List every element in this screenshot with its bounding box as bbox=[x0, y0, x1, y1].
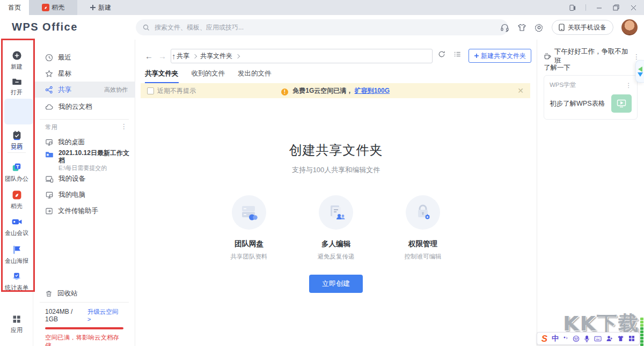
sidebar-item-my-desktop[interactable]: 我的桌面 bbox=[33, 134, 135, 150]
blue-arrow-icon bbox=[638, 72, 643, 77]
forward-icon[interactable]: → bbox=[158, 51, 166, 61]
tab-shared-folders[interactable]: 共享文件夹 bbox=[145, 69, 179, 84]
rail-item-open[interactable]: 打开 bbox=[0, 76, 33, 97]
notice-close-icon[interactable]: ✕ bbox=[517, 86, 524, 95]
empty-state-subtitle: 支持与100人共享和编辑文件 bbox=[135, 165, 537, 175]
common-section-label: 常用 bbox=[45, 123, 57, 131]
sidebar-item-starred[interactable]: 星标 bbox=[33, 65, 135, 82]
feature-title: 团队网盘 bbox=[219, 239, 279, 249]
tab-received-files[interactable]: 收到的文件 bbox=[192, 69, 225, 84]
wps-academy-card[interactable]: WPS学堂 ⋮ 初步了解WPS表格 bbox=[544, 75, 638, 120]
input-method-bar: S 中 bbox=[537, 332, 640, 345]
rail-item-forms[interactable]: 统计表单 bbox=[0, 271, 33, 292]
main-content: ← → ↑ 共享 共享文件夹 新建共享文件夹 共享文件夹 bbox=[135, 40, 537, 346]
multi-edit-icon bbox=[319, 195, 353, 230]
create-now-button[interactable]: 立即创建 bbox=[309, 275, 363, 293]
card-title: 初步了解WPS表格 bbox=[550, 99, 607, 108]
rail-label: 稻壳 bbox=[11, 202, 23, 210]
sidebar-item-recycle-bin[interactable]: 回收站 bbox=[33, 285, 135, 301]
rail-item-docer[interactable]: 稻壳 bbox=[0, 190, 33, 210]
empty-state: 创建共享文件夹 支持与100人共享和编辑文件 团队网盘 共享团队资料 多人编辑 … bbox=[135, 142, 537, 293]
rail-item-meeting[interactable]: 金山会议 bbox=[0, 217, 33, 237]
ime-keyboard-icon[interactable] bbox=[594, 336, 602, 342]
search-bar[interactable] bbox=[136, 19, 508, 35]
sidebar-divider bbox=[40, 119, 129, 120]
sidebar-item-label: 星标 bbox=[58, 69, 71, 78]
greeting-more-icon[interactable]: ⋮ bbox=[633, 53, 640, 61]
rail-label: 金山海报 bbox=[5, 257, 28, 265]
sidebar-item-my-computer[interactable]: 我的电脑 bbox=[33, 187, 135, 203]
file-transfer-icon bbox=[45, 207, 53, 215]
common-section-more-icon[interactable]: ⋮ bbox=[121, 122, 128, 130]
rail-divider bbox=[8, 152, 26, 153]
upgrade-storage-link[interactable]: 升级云空间 > bbox=[87, 308, 123, 323]
sidebar-item-label: 我的云文档 bbox=[58, 102, 92, 112]
expand-storage-link[interactable]: 扩容到100G bbox=[355, 87, 390, 94]
ime-user-icon[interactable] bbox=[606, 335, 613, 342]
chevron-right-icon bbox=[193, 54, 197, 58]
breadcrumb[interactable]: 共享 共享文件夹 bbox=[171, 49, 433, 63]
ime-language-toggle[interactable]: 中 bbox=[552, 334, 559, 343]
greeting-text: 下午好好工作，争取不加班 bbox=[554, 47, 630, 65]
dock-window-icon[interactable] bbox=[568, 3, 577, 12]
ime-skin-icon[interactable] bbox=[617, 335, 624, 342]
new-tab-button[interactable]: 新建 bbox=[90, 0, 111, 15]
audio-level-meter bbox=[640, 314, 643, 346]
wps-office-logo: WPS Office bbox=[12, 21, 78, 33]
connect-phone-button[interactable]: 关联手机设备 bbox=[552, 20, 613, 35]
sidebar-item-cloud-docs[interactable]: 我的云文档 bbox=[33, 99, 135, 115]
feature-list: 团队网盘 共享团队资料 多人编辑 避免反复传递 权限管理 控制谁可编辑 bbox=[135, 195, 537, 261]
rail-label: 新建 bbox=[11, 63, 23, 71]
dismiss-checkbox[interactable] bbox=[147, 87, 154, 94]
restore-icon[interactable] bbox=[612, 3, 620, 12]
user-avatar[interactable] bbox=[621, 19, 638, 35]
permissions-icon bbox=[406, 195, 440, 230]
rail-label: 应用 bbox=[11, 326, 23, 334]
rail-item-apps[interactable]: 应用 bbox=[0, 314, 33, 334]
close-icon[interactable] bbox=[629, 3, 638, 12]
sidebar-item-file-transfer[interactable]: 文件传输助手 bbox=[33, 203, 135, 219]
rail-item-new[interactable]: 新建 bbox=[0, 50, 33, 71]
learn-more-text: 了解一下 bbox=[544, 63, 570, 72]
new-shared-folder-button[interactable]: 新建共享文件夹 bbox=[469, 49, 531, 63]
search-input[interactable] bbox=[153, 23, 501, 32]
sidebar: 最近 星标 共享 高效协作 我的云文档 常用 ⋮ 我的桌面 2021.10.12… bbox=[33, 40, 135, 346]
tab-sent-files[interactable]: 发出的文件 bbox=[238, 69, 272, 84]
breadcrumb-current[interactable]: 共享文件夹 bbox=[200, 51, 232, 61]
sidebar-item-label: 最近 bbox=[58, 53, 71, 62]
ime-punctuation-icon[interactable] bbox=[563, 335, 568, 342]
minimize-icon[interactable] bbox=[595, 3, 603, 12]
sidebar-item-recent[interactable]: 最近 bbox=[33, 49, 135, 65]
skin-theme-icon[interactable] bbox=[517, 23, 526, 32]
gear-settings-icon[interactable] bbox=[535, 23, 544, 32]
ime-emoji-icon[interactable] bbox=[573, 335, 580, 342]
dismiss-label: 近期不再提示 bbox=[157, 86, 196, 95]
ime-microphone-icon[interactable] bbox=[584, 335, 590, 342]
sidebar-divider bbox=[40, 302, 129, 303]
sidebar-item-my-devices[interactable]: 我的设备 bbox=[33, 171, 135, 187]
greeting-row: 下午好好工作，争取不加班 ⋮ bbox=[544, 47, 640, 65]
right-panel: 下午好好工作，争取不加班 ⋮ 了解一下 WPS学堂 ⋮ 初步了解WPS表格 bbox=[537, 40, 644, 346]
feature-permissions: 权限管理 控制谁可编辑 bbox=[393, 195, 452, 261]
tab-home[interactable]: 首页 bbox=[0, 0, 29, 15]
ime-toolbox-icon[interactable] bbox=[628, 335, 635, 342]
sogou-logo-icon[interactable]: S bbox=[541, 334, 547, 343]
sidebar-item-shared[interactable]: 共享 高效协作 bbox=[33, 82, 135, 98]
rail-item-team-office[interactable]: 团队办公 bbox=[0, 162, 33, 183]
rail-item-poster[interactable]: 金山海报 bbox=[0, 245, 33, 265]
view-mode-icon[interactable] bbox=[453, 50, 461, 58]
sidebar-item-work-folder[interactable]: 2021.10.12日最新工作文档 E:\每日需要提交的 bbox=[33, 149, 135, 172]
tab-docer[interactable]: 稻壳 bbox=[29, 0, 77, 15]
storage-warning: 空间已满，将影响云文档存储 bbox=[45, 334, 123, 346]
video-play-button[interactable] bbox=[611, 94, 632, 113]
devices-icon bbox=[45, 175, 54, 183]
edge-assistant-widget[interactable] bbox=[635, 60, 644, 83]
storage-notice-banner: 近期不再提示 ! 免费1G云空间已满， 扩容到100G ✕ bbox=[141, 83, 530, 98]
headset-support-icon[interactable] bbox=[500, 23, 509, 32]
left-rail: 新建 打开 文档 日历 团队办公 稻壳 金山会议 金山 bbox=[0, 40, 33, 346]
back-icon[interactable]: ← bbox=[145, 51, 153, 61]
breadcrumb-root[interactable]: 共享 bbox=[177, 51, 189, 61]
sidebar-item-label: 我的电脑 bbox=[58, 190, 85, 200]
refresh-icon[interactable] bbox=[438, 50, 445, 58]
card-more-icon[interactable]: ⋮ bbox=[626, 82, 632, 89]
